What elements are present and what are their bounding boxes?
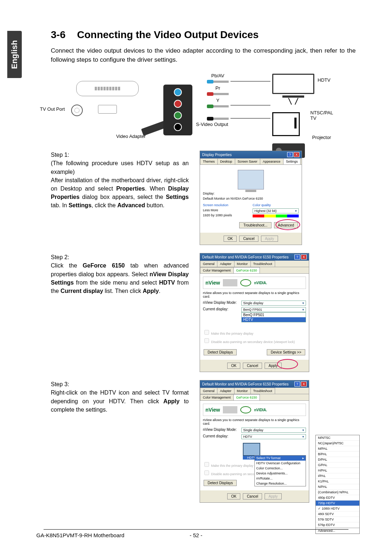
resolution-value: 1920 by 1080 pixels xyxy=(203,213,249,217)
tab-troubleshoot[interactable]: Troubleshoot xyxy=(250,261,275,267)
context-menu-item[interactable]: nVRotate... xyxy=(255,476,306,481)
jack-svideo xyxy=(174,123,182,131)
format-item[interactable]: NC(Japan)/NTSC xyxy=(316,441,359,446)
format-item[interactable]: G/PAL xyxy=(316,462,359,468)
tab-geforce-6150[interactable]: GeForce 6150 xyxy=(233,394,260,400)
window-title: Display Properties xyxy=(202,153,232,157)
ok-button[interactable]: OK xyxy=(224,236,237,242)
current-display-option[interactable]: BenQ FP501 xyxy=(242,313,306,317)
jack-pb-av xyxy=(174,88,182,96)
page-footer: GA-K8N51PVMT-9-RH Motherboard - 52 - xyxy=(36,532,356,538)
current-display-select[interactable]: BenQ FP501▾ xyxy=(241,307,306,312)
apply-button[interactable]: Apply xyxy=(261,236,278,242)
jack-pr xyxy=(174,100,182,108)
format-item[interactable]: B/PAL xyxy=(316,452,359,457)
tab-screensaver[interactable]: Screen Saver xyxy=(235,158,261,164)
primary-display-checkbox xyxy=(204,330,209,335)
tab-geforce-6150[interactable]: GeForce 6150 xyxy=(233,267,260,273)
autopan-checkbox xyxy=(204,338,209,343)
context-menu-item[interactable]: Change Resolution... xyxy=(255,481,306,486)
format-item[interactable]: 576i SDTV xyxy=(316,517,359,522)
footer-page-number: - 52 - xyxy=(190,532,203,538)
hdtv-device-icon[interactable] xyxy=(243,443,260,456)
tab-appearance[interactable]: Appearance xyxy=(260,158,283,164)
format-item[interactable]: K1/PAL xyxy=(316,479,359,484)
tab-desktop[interactable]: Desktop xyxy=(217,158,235,164)
resolution-slider[interactable]: Less More xyxy=(203,208,249,212)
label-y: Y xyxy=(207,98,229,103)
cancel-button[interactable]: Cancel xyxy=(239,236,258,242)
label-ntsc-pal: NTSC/PAL TV xyxy=(310,110,333,121)
tab-monitor[interactable]: Monitor xyxy=(234,261,251,267)
jack-y xyxy=(174,111,182,119)
context-menu-item[interactable]: Device Adjustments... xyxy=(255,471,306,476)
format-item-selected[interactable]: 720p HDTV xyxy=(316,501,359,506)
format-item[interactable]: 576p EDTV xyxy=(316,522,359,528)
display-label: Display: xyxy=(203,192,299,195)
current-display-select[interactable]: HDTV▾ xyxy=(241,434,306,439)
help-icon[interactable]: ? xyxy=(294,254,300,260)
nvidia-eye-icon xyxy=(240,406,251,413)
context-menu-item[interactable]: HDTV Overscan Configuration xyxy=(255,461,306,466)
nview-logo-text: nView xyxy=(205,280,220,286)
cancel-button[interactable]: Cancel xyxy=(243,363,262,369)
context-menu-item[interactable]: Color Correction... xyxy=(255,466,306,471)
format-item[interactable]: 480p EDTV xyxy=(316,495,359,501)
tv-out-port-icon xyxy=(71,105,83,116)
detect-displays-button[interactable]: Detect Displays xyxy=(204,480,237,486)
tab-color-management[interactable]: Color Management xyxy=(200,394,234,400)
display-mode-select[interactable]: Single display▾ xyxy=(241,428,306,433)
nvidia-logo-text: nVIDIA. xyxy=(254,408,267,412)
footer-model: GA-K8N51PVMT-9-RH Motherboard xyxy=(36,532,124,538)
intro-paragraph: Connect the video output devices to the … xyxy=(51,46,356,64)
format-item[interactable]: ✓ 1080i HDTV xyxy=(316,506,359,511)
ok-button[interactable]: OK xyxy=(227,493,240,499)
format-item[interactable]: I/PAL xyxy=(316,473,359,479)
troubleshoot-button[interactable]: Troubleshoot... xyxy=(239,222,271,228)
step1-text: Step 1: (The following procedure uses HD… xyxy=(51,151,189,245)
color-quality-label: Color quality xyxy=(253,203,299,207)
tab-monitor[interactable]: Monitor xyxy=(234,388,251,394)
tab-general[interactable]: General xyxy=(200,261,217,267)
window-title: Default Monitor and NVIDIA GeForce 6150 … xyxy=(202,382,289,386)
footer-rule xyxy=(44,529,348,530)
ok-button[interactable]: OK xyxy=(227,363,240,369)
device-settings-button[interactable]: Device Settings >> xyxy=(267,349,305,355)
tab-settings[interactable]: Settings xyxy=(283,158,301,164)
format-item[interactable]: M/PAL xyxy=(316,446,359,452)
close-icon[interactable]: X xyxy=(294,152,299,157)
current-display-option-hdtv[interactable]: HDTV xyxy=(242,317,306,322)
close-icon[interactable]: X xyxy=(301,254,307,260)
hdtv-icon xyxy=(272,74,314,94)
format-item[interactable]: 480i SDTV xyxy=(316,511,359,517)
label-hdtv: HDTV xyxy=(318,77,330,83)
tab-adapter[interactable]: Adapter xyxy=(217,388,234,394)
format-item[interactable]: (Combination) N/PAL xyxy=(316,490,359,495)
tab-themes[interactable]: Themes xyxy=(200,158,218,164)
tab-adapter[interactable]: Adapter xyxy=(217,261,234,267)
format-item[interactable]: M/NTSC xyxy=(316,435,359,441)
context-menu-header[interactable]: Select TV format▸ xyxy=(255,456,306,461)
color-quality-select[interactable]: Highest (32 bit)▾ xyxy=(253,208,299,213)
help-icon[interactable]: ? xyxy=(294,381,300,387)
display-mode-select[interactable]: Single display▾ xyxy=(241,301,306,306)
format-item[interactable]: H/PAL xyxy=(316,468,359,473)
tab-general[interactable]: General xyxy=(200,388,217,394)
current-display-label: Current display: xyxy=(203,434,239,439)
cancel-button[interactable]: Cancel xyxy=(243,493,262,499)
label-video-adapter: Video Adapter xyxy=(116,134,146,139)
help-icon[interactable]: ? xyxy=(287,152,293,157)
nvidia-eye-icon xyxy=(240,279,251,286)
tab-color-management[interactable]: Color Management xyxy=(200,267,234,273)
current-display-label: Current display: xyxy=(203,307,239,322)
close-icon[interactable]: X xyxy=(301,381,307,387)
tab-troubleshoot[interactable]: Troubleshoot xyxy=(250,388,275,394)
connection-diagram: TV Out Port Video Adapter Pb/AV Pr Y S-V… xyxy=(51,70,348,143)
format-item[interactable]: N/PAL xyxy=(316,484,359,490)
label-tv-out-port: TV Out Port xyxy=(40,106,65,112)
nview-caption: nView allows you to connect separate dis… xyxy=(203,291,306,298)
apply-button[interactable]: Apply xyxy=(265,493,282,499)
detect-displays-button[interactable]: Detect Displays xyxy=(204,349,237,355)
format-item[interactable]: D/PAL xyxy=(316,457,359,462)
window-title: Default Monitor and NVIDIA GeForce 6150 … xyxy=(202,255,289,259)
